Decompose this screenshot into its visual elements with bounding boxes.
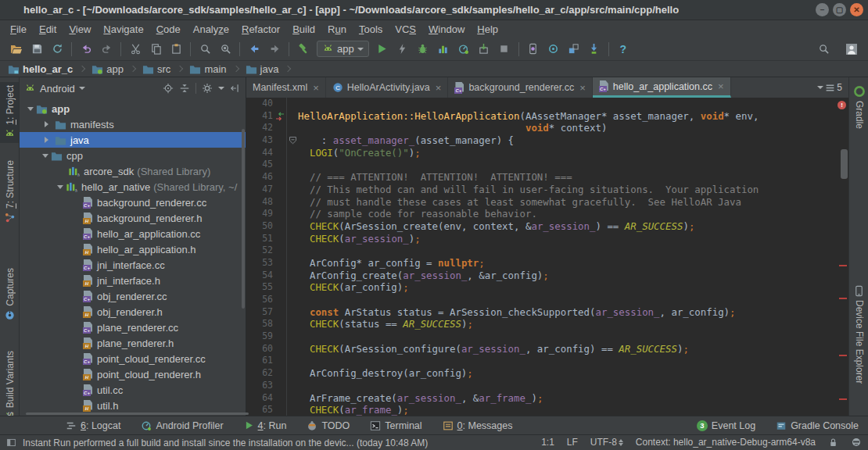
code-line[interactable]: 63 <box>246 380 848 392</box>
window-close-button[interactable]: ✕ <box>850 3 863 16</box>
menu-navigate[interactable]: Navigate <box>98 22 149 37</box>
breadcrumb-hello-ar-c[interactable]: hello_ar_c <box>6 63 74 75</box>
code-line[interactable]: 61 <box>246 355 848 367</box>
tree-item-point-cloud-renderer-h[interactable]: Hpoint_cloud_renderer.h <box>20 366 246 382</box>
tool-strip-1-project[interactable]: 1: Project <box>0 82 20 143</box>
menu-run[interactable]: Run <box>322 22 352 37</box>
editor-tab-manifest-xml[interactable]: Manifest.xml× <box>246 77 326 98</box>
code-line[interactable]: 51 CHECK(ar_session_); <box>246 233 848 245</box>
tree-item-manifests[interactable]: manifests <box>20 116 246 132</box>
code-line[interactable]: 46 // === ATTENTION! ATTENTION! ATTENTIO… <box>246 171 848 184</box>
tool-strip-gradle[interactable]: Gradle <box>849 82 868 132</box>
line-separator[interactable]: LF <box>567 437 578 448</box>
file-encoding[interactable]: UTF-8 <box>590 437 623 448</box>
hidden-tabs-button[interactable]: 5 <box>817 77 848 98</box>
find-usages-button[interactable] <box>215 40 235 59</box>
open-button[interactable] <box>6 40 27 59</box>
tree-item-obj-renderer-h[interactable]: Hobj_renderer.h <box>20 304 246 320</box>
toolwindow-terminal[interactable]: Terminal <box>370 420 421 431</box>
code-line[interactable]: 59 <box>246 330 848 343</box>
tree-item-util-h[interactable]: Hutil.h <box>20 398 246 413</box>
profile-app-button[interactable] <box>454 40 474 59</box>
error-stripe-mark[interactable] <box>839 265 847 266</box>
tree-item-java[interactable]: java <box>20 132 246 148</box>
error-stripe-mark[interactable] <box>839 398 847 400</box>
redo-button[interactable] <box>96 40 117 59</box>
run-button[interactable] <box>372 40 393 59</box>
close-tab-icon[interactable]: × <box>436 82 442 94</box>
toolwindow-android-profiler[interactable]: Android Profiler <box>141 420 223 431</box>
attach-android-button[interactable] <box>584 40 604 59</box>
tree-item-hello-ar-application-cc[interactable]: C+hello_ar_application.cc <box>20 226 246 241</box>
tree-item-plane-renderer-h[interactable]: Hplane_renderer.h <box>20 335 246 351</box>
code-line[interactable]: 53 ArConfig* ar_config = nullptr; <box>246 257 848 270</box>
code-line[interactable]: 43 : asset_manager_(asset_manager) { <box>246 134 848 147</box>
toolwindow-0-messages[interactable]: 0: Messages <box>443 420 513 431</box>
tree-item-hello-ar-application-h[interactable]: Hhello_ar_application.h <box>20 241 246 257</box>
code-line[interactable]: 42 void* context) <box>246 122 848 134</box>
code-line[interactable]: 56 <box>246 294 848 306</box>
fold-marker-icon[interactable] <box>289 136 297 145</box>
error-stripe-mark[interactable] <box>839 298 847 299</box>
breadcrumb-app[interactable]: app <box>90 63 125 75</box>
code-line[interactable]: 41HelloArApplication::HelloArApplication… <box>246 110 848 123</box>
menu-analyze[interactable]: Analyze <box>188 22 235 37</box>
expand-arrow-icon[interactable] <box>42 154 48 161</box>
stop-button[interactable] <box>494 40 515 59</box>
close-tab-icon[interactable]: × <box>313 82 319 94</box>
expand-arrow-icon[interactable] <box>27 107 34 114</box>
toolwindow-toggle-icon[interactable] <box>6 438 16 448</box>
menu-tools[interactable]: Tools <box>353 22 388 37</box>
editor-tab-background-renderer-cc[interactable]: C+background_renderer.cc× <box>448 77 592 98</box>
toolwindow-6-logcat[interactable]: 6: Logcat <box>66 420 120 431</box>
build-context[interactable]: Context: hello_ar_native-Debug-arm64-v8a <box>636 437 816 448</box>
forward-button[interactable] <box>264 40 285 59</box>
cut-button[interactable] <box>125 40 145 59</box>
code-line[interactable]: 57 const ArStatus status = ArSession_che… <box>246 306 848 319</box>
menu-refactor[interactable]: Refactor <box>236 22 285 37</box>
inspection-error-badge[interactable]: ! <box>838 101 846 109</box>
code-line[interactable]: 62 ArConfig_destroy(ar_config); <box>246 367 848 380</box>
undo-button[interactable] <box>76 40 96 59</box>
editor-scrollbar[interactable] <box>841 149 848 179</box>
menu-view[interactable]: View <box>63 22 96 37</box>
copy-button[interactable] <box>145 40 166 59</box>
collapse-arrow-icon[interactable] <box>45 137 52 143</box>
code-line[interactable]: 58 CHECK(status == AR_SUCCESS); <box>246 318 848 330</box>
tree-item-jni-interface-cc[interactable]: C+jni_interface.cc <box>20 257 246 273</box>
close-tab-icon[interactable]: × <box>718 80 724 92</box>
code-line[interactable]: 52 <box>246 245 848 257</box>
tree-item-jni-interface-h[interactable]: Hjni_interface.h <box>20 273 246 288</box>
sync-button[interactable] <box>47 40 67 59</box>
toolwindow-event-log[interactable]: 3Event Log <box>697 420 755 431</box>
attach-debugger-button[interactable] <box>474 40 494 59</box>
lock-icon[interactable] <box>828 438 838 448</box>
tree-item-point-cloud-renderer-cc[interactable]: C+point_cloud_renderer.cc <box>20 351 246 366</box>
code-line[interactable]: 65 CHECK(ar_frame_); <box>246 404 848 416</box>
tool-strip-captures[interactable]: Captures <box>0 265 20 324</box>
editor-tab-hello-ar-application-cc[interactable]: C+hello_ar_application.cc× <box>593 77 731 98</box>
menu-window[interactable]: Window <box>423 22 470 37</box>
toolwindow-4-run[interactable]: 4: Run <box>244 420 287 431</box>
debug-button[interactable] <box>413 40 433 59</box>
tree-item-app[interactable]: app <box>20 101 246 116</box>
tree-item-background-renderer-cc[interactable]: C+background_renderer.cc <box>20 195 246 210</box>
change-marker-icon[interactable] <box>275 112 285 121</box>
editor-tab-helloaractivity-java[interactable]: CHelloArActivity.java× <box>326 77 449 98</box>
tree-item-util-cc[interactable]: C+util.cc <box>20 382 246 398</box>
code-editor[interactable]: 4041HelloArApplication::HelloArApplicati… <box>246 98 848 416</box>
toolwindow-todo[interactable]: TODO <box>307 420 350 431</box>
sdk-manager-button[interactable] <box>564 40 584 59</box>
breadcrumb-main[interactable]: main <box>188 63 228 75</box>
back-button[interactable] <box>244 40 264 59</box>
apply-changes-button[interactable] <box>393 40 413 59</box>
avd-manager-button[interactable] <box>523 40 543 59</box>
menu-help[interactable]: Help <box>472 22 504 37</box>
code-line[interactable]: 44 LOGI("OnCreate()"); <box>246 147 848 159</box>
code-line[interactable]: 50 CHECK(ArSession_create(env, context, … <box>246 220 848 233</box>
tool-strip-7-structure[interactable]: 7: Structure <box>0 157 20 227</box>
code-line[interactable]: 64 ArFrame_create(ar_session_, &ar_frame… <box>246 392 848 405</box>
avatar-button[interactable] <box>841 40 862 59</box>
code-line[interactable]: 54 ArConfig_create(ar_session_, &ar_conf… <box>246 270 848 282</box>
menu-file[interactable]: File <box>5 22 32 37</box>
